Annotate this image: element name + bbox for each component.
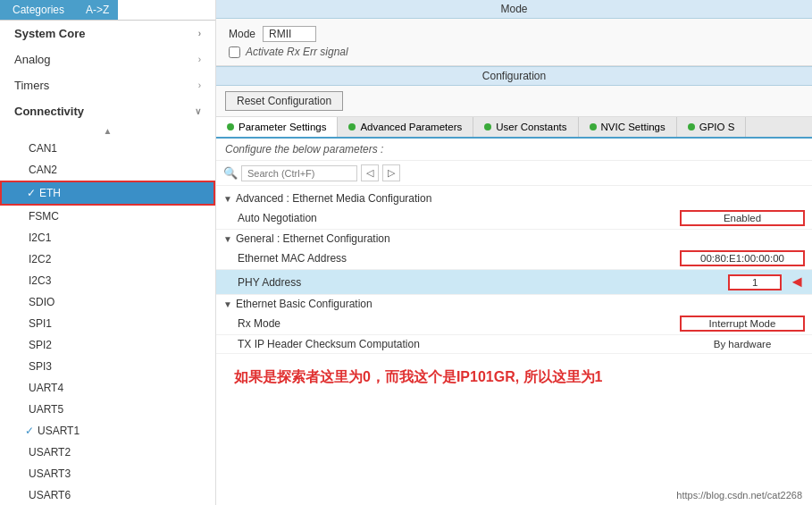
param-row-mac-addr: Ethernet MAC Address 00:80:E1:00:00:00: [216, 248, 812, 270]
sidebar-item-analog[interactable]: Analog ›: [0, 46, 215, 72]
tab-dot-icon: [590, 123, 597, 130]
param-group-basic-header[interactable]: ▼ Ethernet Basic Configuration: [216, 295, 812, 313]
param-name-mac-addr: Ethernet MAC Address: [238, 252, 680, 265]
group-basic-label: Ethernet Basic Configuration: [236, 298, 373, 310]
param-group-advanced-header[interactable]: ▼ Advanced : Ethernet Media Configuratio…: [216, 189, 812, 207]
tabs-row: Parameter Settings Advanced Parameters U…: [216, 117, 812, 139]
sidebar-subitem-i2c1[interactable]: I2C1: [0, 227, 215, 248]
tab-nvic-settings[interactable]: NVIC Settings: [579, 117, 677, 137]
sidebar-item-connectivity[interactable]: Connectivity ∨: [0, 98, 215, 124]
search-next-button[interactable]: ▷: [382, 164, 400, 181]
param-group-general-header[interactable]: ▼ General : Ethernet Configuration: [216, 230, 812, 248]
mode-label: Mode: [229, 28, 255, 40]
search-prev-button[interactable]: ◁: [361, 164, 379, 181]
sidebar-subitem-can1[interactable]: CAN1: [0, 138, 215, 159]
reset-config-button[interactable]: Reset Configuration: [225, 91, 343, 111]
group-advanced-label: Advanced : Ethernet Media Configuration: [236, 192, 431, 205]
connectivity-label: Connectivity: [14, 105, 84, 118]
checkbox-row: Activate Rx Err signal: [229, 46, 799, 58]
chevron-icon: ›: [198, 29, 201, 38]
collapse-arrow: ▲: [0, 124, 215, 138]
param-tree: ▼ Advanced : Ethernet Media Configuratio…: [216, 186, 812, 358]
usart1-label: USART1: [38, 425, 80, 437]
param-value-tx-ip: By hardware: [680, 338, 805, 350]
sidebar-subitem-i2c2[interactable]: I2C2: [0, 248, 215, 270]
tab-nvic-label: NVIC Settings: [601, 122, 666, 132]
sidebar-subitem-spi1[interactable]: SPI1: [0, 313, 215, 334]
tab-gpio-s[interactable]: GPIO S: [677, 117, 747, 137]
sidebar: Categories A->Z System Core › Analog › T…: [0, 0, 216, 505]
activate-rx-err-checkbox[interactable]: [229, 46, 240, 58]
sidebar-subitem-i2c3[interactable]: I2C3: [0, 270, 215, 291]
sidebar-list: System Core › Analog › Timers › Connecti…: [0, 21, 215, 505]
tab-user-constants[interactable]: User Constants: [473, 117, 578, 137]
search-row: 🔍 ◁ ▷: [216, 161, 812, 186]
sidebar-subitem-eth[interactable]: ✓ ETH: [0, 181, 215, 206]
up-arrow-icon: ▲: [104, 126, 113, 136]
chevron-icon: ›: [198, 80, 201, 90]
mode-value: RMII: [263, 26, 316, 42]
param-row-phy-addr: PHY Address 1 ◄: [216, 270, 812, 295]
tab-dot-icon: [348, 123, 356, 130]
sidebar-subitem-uart4[interactable]: UART4: [0, 377, 215, 399]
sidebar-tabs: Categories A->Z: [0, 0, 215, 21]
param-value-auto-neg: Enabled: [680, 210, 805, 226]
sidebar-subitem-usart6[interactable]: USART6: [0, 484, 215, 505]
watermark: https://blog.csdn.net/cat2268: [674, 489, 805, 501]
param-value-mac-addr: 00:80:E1:00:00:00: [680, 250, 805, 266]
sidebar-subitem-usart2[interactable]: USART2: [0, 442, 215, 463]
tab-gpio-label: GPIO S: [699, 122, 735, 132]
param-value-rx-mode: Interrupt Mode: [680, 316, 805, 332]
group-general-label: General : Ethernet Configuration: [236, 232, 390, 245]
timers-label: Timers: [14, 79, 49, 92]
sidebar-subitem-spi2[interactable]: SPI2: [0, 334, 215, 356]
collapse-icon: ▼: [223, 234, 232, 244]
sidebar-item-timers[interactable]: Timers ›: [0, 72, 215, 98]
sidebar-subitem-usart3[interactable]: USART3: [0, 463, 215, 484]
tab-parameter-settings[interactable]: Parameter Settings: [216, 117, 338, 137]
sidebar-subitem-can2[interactable]: CAN2: [0, 159, 215, 181]
check-icon: ✓: [27, 187, 36, 199]
sidebar-item-system-core[interactable]: System Core ›: [0, 21, 215, 46]
param-group-basic: ▼ Ethernet Basic Configuration Rx Mode I…: [216, 295, 812, 354]
sidebar-subitem-fsmc[interactable]: FSMC: [0, 206, 215, 227]
analog-label: Analog: [14, 53, 50, 66]
tab-advanced-parameters[interactable]: Advanced Parameters: [338, 117, 473, 137]
mode-section-header: Mode: [216, 0, 812, 19]
sidebar-subitem-uart5[interactable]: UART5: [0, 399, 215, 420]
sidebar-subitem-usart1[interactable]: ✓ USART1: [0, 420, 215, 442]
param-row-auto-neg: Auto Negotiation Enabled: [216, 207, 812, 230]
mode-section: Mode RMII Activate Rx Err signal: [216, 19, 812, 66]
collapse-icon: ▼: [223, 194, 232, 204]
tab-categories[interactable]: Categories: [0, 0, 77, 20]
tab-az[interactable]: A->Z: [77, 0, 118, 20]
param-name-tx-ip: TX IP Header Checksum Computation: [238, 338, 680, 350]
tab-dot-icon: [688, 123, 695, 130]
config-section: Reset Configuration: [216, 86, 812, 117]
chevron-down-icon: ∨: [195, 106, 201, 116]
config-section-header: Configuration: [216, 66, 812, 86]
param-name-rx-mode: Rx Mode: [238, 317, 680, 330]
mode-row: Mode RMII: [229, 26, 799, 42]
search-input[interactable]: [241, 165, 357, 181]
param-group-general: ▼ General : Ethernet Configuration Ether…: [216, 230, 812, 295]
tab-dot-icon: [484, 123, 491, 130]
tab-parameter-label: Parameter Settings: [239, 122, 326, 132]
param-value-phy-addr: 1: [728, 274, 782, 290]
red-arrow-icon: ◄: [789, 273, 805, 291]
sidebar-subitem-spi3[interactable]: SPI3: [0, 356, 215, 377]
param-row-rx-mode: Rx Mode Interrupt Mode: [216, 313, 812, 335]
collapse-icon: ▼: [223, 299, 232, 309]
param-group-advanced: ▼ Advanced : Ethernet Media Configuratio…: [216, 189, 812, 230]
param-name-auto-neg: Auto Negotiation: [238, 212, 680, 224]
activate-rx-label: Activate Rx Err signal: [246, 46, 348, 58]
param-name-phy-addr: PHY Address: [238, 276, 728, 289]
params-title: Configure the below parameters :: [216, 139, 812, 161]
tab-user-label: User Constants: [496, 122, 566, 132]
annotation-text: 如果是探索者这里为0，而我这个是IP101GR, 所以这里为1: [216, 358, 812, 397]
system-core-label: System Core: [14, 27, 85, 40]
sidebar-subitem-sdio[interactable]: SDIO: [0, 291, 215, 313]
param-row-tx-ip: TX IP Header Checksum Computation By har…: [216, 335, 812, 354]
params-area: Configure the below parameters : 🔍 ◁ ▷ ▼…: [216, 139, 812, 505]
tab-dot-icon: [227, 123, 234, 130]
